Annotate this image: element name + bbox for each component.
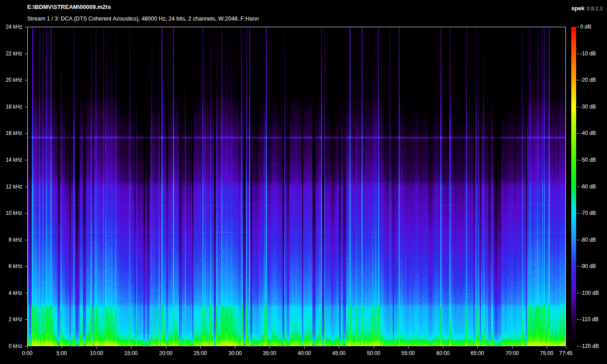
time-tick <box>270 347 270 348</box>
time-tick-label: 70:00 <box>501 350 524 357</box>
time-tick <box>304 347 305 348</box>
time-tick <box>200 347 201 348</box>
freq-tick-label: 2 kHz <box>0 316 22 323</box>
db-tick-label: -40 dB <box>580 130 607 137</box>
time-tick-label: 25:00 <box>189 350 212 357</box>
freq-tick-label: 8 kHz <box>0 236 22 243</box>
freq-tick-label: 0 kHz <box>0 343 22 350</box>
db-tick-label: -100 dB <box>580 289 607 297</box>
freq-tick-label: 6 kHz <box>0 263 22 270</box>
freq-tick-label: 14 kHz <box>0 156 22 163</box>
time-tick <box>166 347 166 348</box>
freq-tick-label: 4 kHz <box>0 289 22 297</box>
time-tick <box>477 347 478 348</box>
db-tick <box>577 266 579 267</box>
db-tick <box>577 80 579 80</box>
db-tick-label: 0 dB <box>580 23 607 30</box>
db-tick <box>577 27 579 27</box>
time-tick-label: 20:00 <box>154 350 177 357</box>
freq-tick <box>25 187 27 187</box>
time-tick-label: 35:00 <box>258 350 281 357</box>
db-tick-label: -120 dB <box>580 343 607 350</box>
time-tick-label: 40:00 <box>293 350 316 357</box>
spectrogram-canvas <box>28 27 565 346</box>
freq-tick <box>25 240 27 240</box>
time-tick-label: 50:00 <box>362 350 385 357</box>
time-tick-label: 45:00 <box>327 350 350 357</box>
file-path-title: E:\BDMV\STREAM\00009.m2ts <box>27 4 111 10</box>
time-tick <box>339 347 339 348</box>
freq-tick <box>25 80 27 80</box>
db-tick <box>577 187 579 187</box>
time-tick-label: 0:00 <box>16 350 39 357</box>
freq-tick-label: 20 kHz <box>0 76 22 84</box>
db-legend-gradient <box>571 27 576 346</box>
time-tick <box>547 347 547 348</box>
db-tick <box>577 293 579 293</box>
db-tick-label: -20 dB <box>580 76 607 84</box>
freq-tick-label: 16 kHz <box>0 130 22 137</box>
spectrogram-plot-area <box>27 27 566 346</box>
time-tick <box>512 347 513 348</box>
freq-tick <box>25 160 27 160</box>
db-tick <box>577 160 579 160</box>
db-tick-label: -10 dB <box>580 50 607 57</box>
freq-tick-label: 10 kHz <box>0 209 22 217</box>
time-tick-label: 77:45 <box>554 350 577 357</box>
time-tick-label: 5:00 <box>50 350 73 357</box>
freq-tick <box>25 346 27 347</box>
freq-tick-label: 12 kHz <box>0 183 22 190</box>
time-tick <box>566 347 566 348</box>
db-tick-label: -70 dB <box>580 209 607 217</box>
freq-tick <box>25 266 27 267</box>
time-tick-label: 60:00 <box>431 350 455 357</box>
freq-tick <box>25 319 27 320</box>
db-tick <box>577 133 579 134</box>
app-version: 0.8.2.3 <box>587 6 603 11</box>
db-tick <box>577 346 579 347</box>
freq-tick <box>25 133 27 134</box>
time-tick <box>235 347 236 348</box>
db-tick-label: -50 dB <box>580 156 607 163</box>
db-tick-label: -110 dB <box>580 316 607 323</box>
db-tick <box>577 54 579 54</box>
time-tick-label: 65:00 <box>466 350 489 357</box>
time-tick-label: 30:00 <box>223 350 247 357</box>
time-tick <box>443 347 443 348</box>
time-tick-label: 55:00 <box>396 350 420 357</box>
time-tick <box>408 347 409 348</box>
freq-tick-label: 22 kHz <box>0 50 22 57</box>
db-tick <box>577 213 579 213</box>
freq-tick <box>25 293 27 293</box>
freq-tick <box>25 107 27 107</box>
time-tick <box>374 347 374 348</box>
db-tick-label: -60 dB <box>580 183 607 190</box>
stream-info: Stream 1 / 3: DCA (DTS Coherent Acoustic… <box>27 16 259 22</box>
db-tick-label: -90 dB <box>580 263 607 270</box>
freq-tick-label: 18 kHz <box>0 103 22 110</box>
db-tick-label: -80 dB <box>580 236 607 243</box>
freq-tick <box>25 213 27 213</box>
time-tick <box>97 347 97 348</box>
db-tick <box>577 240 579 240</box>
db-tick-label: -30 dB <box>580 103 607 110</box>
db-tick <box>577 107 579 107</box>
freq-tick <box>25 27 27 27</box>
app-name: spek <box>571 5 585 12</box>
app-brand: spek0.8.2.3 <box>571 4 603 12</box>
freq-tick <box>25 54 27 54</box>
time-tick <box>62 347 62 348</box>
freq-tick-label: 24 kHz <box>0 23 22 30</box>
time-tick <box>131 347 131 348</box>
time-tick-label: 10:00 <box>85 350 108 357</box>
db-tick <box>577 319 579 320</box>
time-tick-label: 15:00 <box>119 350 143 357</box>
time-tick <box>27 347 28 348</box>
